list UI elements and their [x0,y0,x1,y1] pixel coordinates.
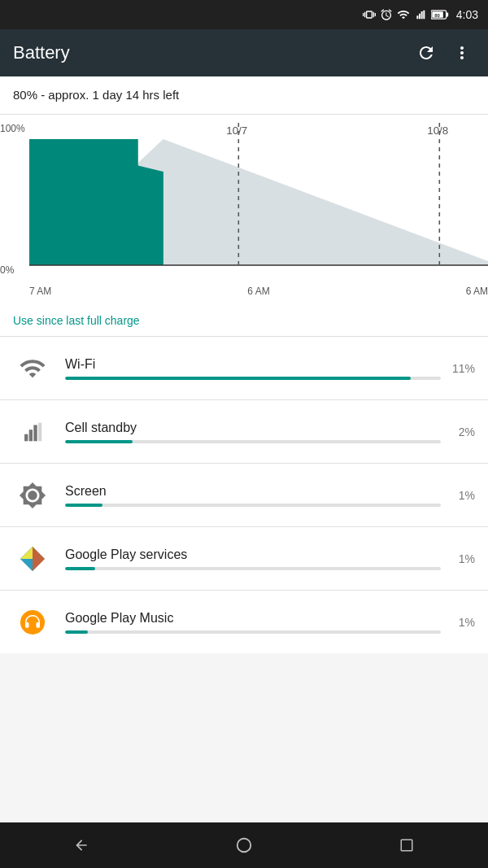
chart-y-min: 0% [0,264,14,276]
status-time: 4:03 [456,8,478,21]
usage-percent-cell: 2% [451,425,475,438]
play-music-icon [13,603,52,642]
usage-bar-fill-wifi [65,377,411,380]
svg-point-12 [20,610,45,635]
recent-apps-button[interactable] [382,829,431,861]
use-since-label: Use since last full charge [13,314,140,327]
usage-info-cell: Cell standby [65,421,441,443]
usage-item-cell[interactable]: Cell standby 2% [0,399,488,463]
use-since-header: Use since last full charge [0,302,488,336]
more-options-button[interactable] [449,40,475,66]
usage-bar-play-music [65,630,441,634]
signal-icon [414,8,427,21]
toolbar: Battery [0,29,488,76]
chart-y-max: 100% [0,123,25,134]
usage-bar-screen [65,504,441,507]
usage-name-wifi: Wi-Fi [65,357,441,372]
status-icons: 80 4:03 [363,8,478,21]
play-services-icon [13,539,52,578]
svg-rect-14 [401,840,412,851]
svg-text:80: 80 [434,13,440,18]
chart-svg-area: 10/7 10/8 [29,123,488,302]
usage-item-play-services[interactable]: Google Play services 1% [0,526,488,590]
chart-graph: 10/7 10/8 [29,123,488,281]
usage-info-wifi: Wi-Fi [65,357,441,380]
alarm-icon [380,8,393,21]
home-button[interactable] [220,829,268,861]
usage-bar-fill-play-services [65,567,95,570]
chart-x-labels: 7 AM 6 AM 6 AM [29,286,488,297]
svg-point-13 [237,839,251,853]
usage-percent-wifi: 11% [451,362,475,375]
battery-status-icon: 80 [431,9,449,20]
battery-chart: 100% 0% 10/7 10/8 7 AM 6 AM 6 AM [0,115,488,302]
status-bar: 80 4:03 [0,0,488,29]
usage-info-play-services: Google Play services [65,547,441,570]
chart-x-end: 6 AM [466,286,488,297]
svg-text:10/8: 10/8 [427,124,448,137]
cell-icon [13,412,52,451]
usage-bar-play-services [65,567,441,570]
toolbar-actions [413,40,475,66]
usage-name-screen: Screen [65,484,441,499]
usage-name-play-music: Google Play Music [65,611,441,626]
navigation-bar [0,822,488,868]
usage-item-wifi[interactable]: Wi-Fi 11% [0,336,488,399]
usage-name-play-services: Google Play services [65,547,441,562]
usage-info-screen: Screen [65,484,441,507]
back-button[interactable] [57,829,106,861]
wifi-status-icon [397,8,410,21]
usage-name-cell: Cell standby [65,421,441,435]
usage-item-screen[interactable]: Screen 1% [0,463,488,526]
usage-bar-fill-cell [65,440,133,443]
usage-percent-play-music: 1% [451,616,475,629]
screen-icon [13,476,52,515]
usage-bar-fill-screen [65,504,102,507]
usage-item-play-music[interactable]: Google Play Music 1% [0,590,488,653]
chart-x-start: 7 AM [29,286,51,297]
usage-percent-play-services: 1% [451,552,475,565]
chart-x-mid: 6 AM [247,286,269,297]
page-title: Battery [13,42,413,63]
battery-status-text: 80% - approx. 1 day 14 hrs left [13,88,179,102]
svg-rect-1 [446,12,448,16]
battery-status-section: 80% - approx. 1 day 14 hrs left [0,76,488,115]
usage-percent-screen: 1% [451,489,475,502]
usage-bar-cell [65,440,441,443]
vibrate-icon [363,8,376,21]
usage-bar-wifi [65,377,441,380]
refresh-button[interactable] [413,40,439,66]
wifi-icon [13,349,52,388]
usage-bar-fill-play-music [65,630,88,634]
svg-text:10/7: 10/7 [226,124,247,137]
usage-info-play-music: Google Play Music [65,611,441,634]
